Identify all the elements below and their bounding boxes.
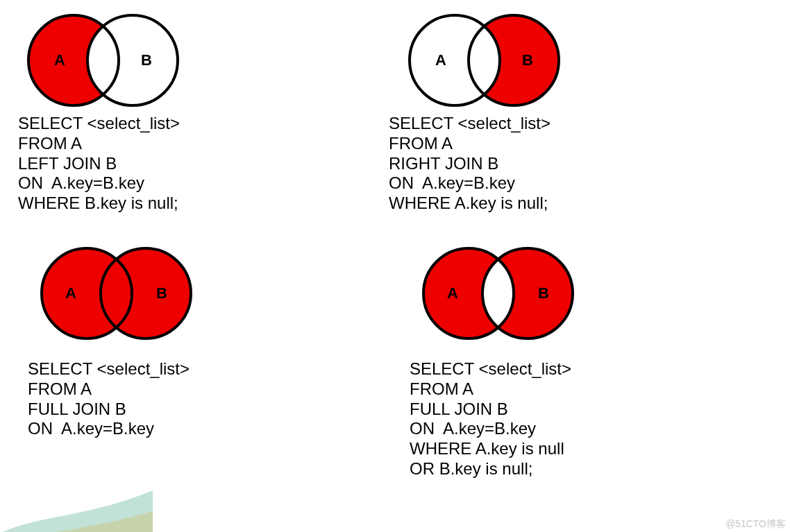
venn-label-b: B [156, 284, 167, 302]
venn-label-b: B [522, 51, 533, 69]
sql-full-anti: SELECT <select_list> FROM A FULL JOIN B … [410, 359, 590, 479]
sql-full-outer: SELECT <select_list> FROM A FULL JOIN B … [28, 359, 208, 439]
venn-full-anti: A B [410, 241, 590, 345]
venn-label-b: B [141, 51, 152, 69]
sql-right-anti: SELECT <select_list> FROM A RIGHT JOIN B… [389, 114, 569, 214]
venn-left-anti: A B [18, 8, 199, 112]
watermark: @51CTO博客 [725, 518, 786, 531]
venn-label-b: B [538, 284, 549, 302]
venn-full-outer: A B [28, 241, 208, 345]
venn-label-a: A [435, 51, 446, 69]
panel-full-outer: A B SELECT <select_list> FROM A FULL JOI… [28, 241, 208, 439]
venn-label-a: A [65, 284, 76, 302]
panel-full-anti: A B SELECT <select_list> FROM A FULL JOI… [410, 241, 590, 479]
venn-label-a: A [447, 284, 458, 302]
panel-right-anti: A B SELECT <select_list> FROM A RIGHT JO… [389, 8, 569, 214]
decorative-corner [0, 470, 153, 532]
venn-label-a: A [54, 51, 65, 69]
venn-right-anti: A B [389, 8, 569, 112]
sql-left-anti: SELECT <select_list> FROM A LEFT JOIN B … [18, 114, 199, 214]
panel-left-anti: A B SELECT <select_list> FROM A LEFT JOI… [18, 8, 199, 214]
